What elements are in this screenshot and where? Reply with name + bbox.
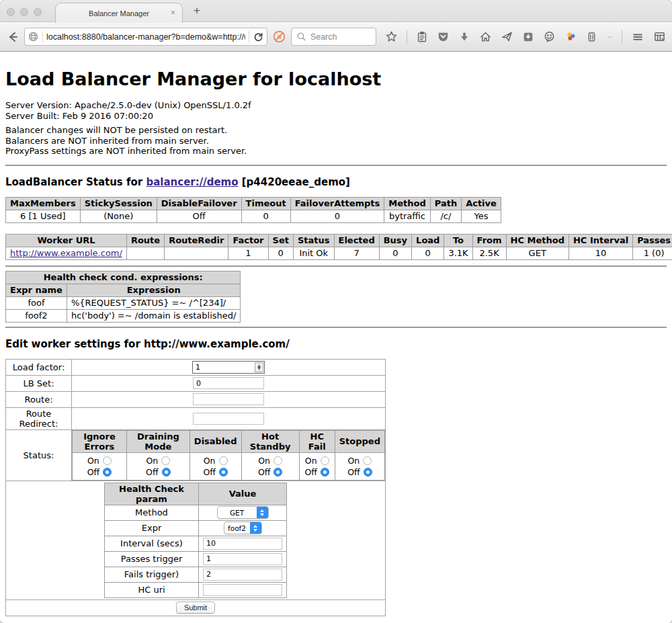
load-factor-value: 1 — [193, 363, 255, 372]
col-active: Active — [462, 197, 501, 210]
search-placeholder: Search — [310, 32, 337, 42]
col-status: Status — [293, 234, 334, 247]
load-factor-input[interactable]: 1 ▲▼ — [192, 361, 265, 374]
cell-to: 3.1K — [444, 247, 472, 259]
chat-smiley-icon[interactable] — [543, 30, 556, 43]
adblock-icon[interactable] — [272, 30, 286, 44]
balancer-demo-link[interactable]: balancer://demo — [146, 176, 238, 188]
hc-interval-input[interactable] — [203, 538, 282, 550]
col-path: Path — [430, 197, 461, 210]
save-box-icon[interactable] — [522, 31, 534, 43]
col-factor: Factor — [228, 234, 268, 247]
pocket-icon[interactable] — [437, 30, 450, 43]
route-input[interactable] — [193, 393, 264, 405]
hc-passes-input[interactable] — [203, 553, 282, 565]
menu-hamburger-icon[interactable] — [631, 31, 644, 43]
hc-row-interval: Interval (secs) — [105, 536, 287, 551]
hc-row-passes: Passes trigger — [105, 551, 287, 567]
hc-expressions-table: Health check cond. expressions: Expr nam… — [5, 271, 241, 323]
hc-fail-off-radio[interactable] — [321, 468, 329, 476]
container-tab-icon[interactable] — [586, 31, 597, 43]
route-redirect-label: Route Redirect: — [6, 407, 72, 429]
search-bar[interactable]: Search — [291, 28, 376, 46]
hc-fail-on-radio[interactable] — [321, 456, 329, 465]
disabled-off-radio[interactable] — [219, 468, 228, 476]
col-stickysession: StickySession — [80, 197, 157, 210]
toolbar-separator — [622, 30, 622, 44]
ignore-errors-off-radio[interactable] — [103, 468, 112, 476]
stopped-on-radio[interactable] — [363, 456, 372, 465]
hc-uri-input[interactable] — [203, 584, 282, 596]
hot-standby-on-radio[interactable] — [274, 456, 282, 465]
ignore-errors-on-radio[interactable] — [103, 456, 112, 465]
off-label: Off — [258, 467, 270, 477]
cell-passes: 1 (0) — [633, 247, 672, 259]
expr-table-title: Health check cond. expressions: — [6, 271, 241, 284]
close-window-button[interactable] — [7, 8, 15, 16]
on-label: On — [258, 456, 270, 466]
table-header-row: MaxMembers StickySession DisableFailover… — [6, 197, 501, 210]
table-header-row: Health Check param Value — [105, 483, 287, 505]
submit-button[interactable]: Submit — [176, 601, 215, 614]
cell-route — [126, 247, 164, 259]
draining-mode-off-radio[interactable] — [162, 468, 171, 476]
hc-uri-label: HC uri — [105, 582, 199, 597]
table-header-row: Ignore Errors Draining Mode Disabled Hot… — [73, 430, 385, 452]
worker-status-table: Worker URL Route RouteRedir Factor Set S… — [5, 234, 672, 260]
off-label: Off — [305, 467, 317, 477]
hot-standby-off-radio[interactable] — [274, 468, 282, 476]
table-row: foof %{REQUEST_STATUS} =~ /^[234]/ — [6, 296, 241, 309]
col-from: From — [472, 234, 506, 247]
table-row: http://www.example.com/ 1 0 Init Ok 7 0 … — [6, 247, 672, 259]
downloads-icon[interactable] — [458, 31, 470, 43]
route-redirect-input[interactable] — [193, 413, 264, 425]
bookmarks-clipboard-icon[interactable] — [416, 31, 428, 43]
col-set: Set — [268, 234, 293, 247]
home-icon[interactable] — [479, 30, 492, 43]
reload-icon[interactable] — [253, 31, 264, 42]
heading-prefix: LoadBalancer Status for — [5, 176, 146, 188]
tab-close-icon[interactable]: × — [171, 8, 175, 17]
col-routeredir: RouteRedir — [165, 234, 228, 247]
server-built: Server Built: Feb 9 2016 07:00:20 — [5, 111, 667, 122]
col-to: To — [444, 234, 472, 247]
bookmark-star-icon[interactable] — [385, 30, 398, 43]
url-bar[interactable]: localhost:8880/balancer-manager?b=demo&w… — [24, 28, 267, 46]
send-plane-icon[interactable] — [501, 30, 513, 43]
back-icon[interactable] — [6, 30, 19, 44]
hc-method-select[interactable]: GET — [217, 506, 269, 519]
new-tab-button[interactable]: + — [194, 4, 200, 17]
lb-set-input[interactable] — [193, 377, 264, 389]
stopped-off-radio[interactable] — [364, 468, 372, 476]
draining-mode-on-radio[interactable] — [161, 456, 170, 465]
col-disabled: Disabled — [190, 430, 241, 452]
cell-path: /c/ — [430, 210, 461, 222]
lb-set-label: LB Set: — [6, 375, 72, 391]
cell-elected: 7 — [334, 247, 379, 259]
disabled-on-radio[interactable] — [219, 456, 228, 465]
hc-interval-label: Interval (secs) — [105, 536, 199, 551]
notice-proxypass: ProxyPass settings are NOT inherited fro… — [5, 146, 667, 157]
zoom-window-button[interactable] — [34, 8, 42, 16]
colorpicker-dots-icon[interactable] — [564, 30, 577, 43]
on-label: On — [347, 456, 360, 466]
server-version: Server Version: Apache/2.5.0-dev (Unix) … — [5, 100, 667, 111]
tab-balancer-manager[interactable]: Balancer Manager × — [55, 3, 183, 23]
window-controls — [7, 8, 42, 16]
url-text[interactable]: localhost:8880/balancer-manager?b=demo&w… — [46, 32, 245, 42]
cell-expression: hc('body') =~ /domain is established/ — [67, 309, 241, 322]
number-stepper-icon[interactable]: ▲▼ — [255, 362, 263, 372]
cell-from: 2.5K — [472, 247, 506, 259]
cell-busy: 0 — [379, 247, 411, 259]
hc-expr-select[interactable]: foof2 — [224, 522, 262, 534]
hc-fails-input[interactable] — [203, 569, 282, 581]
minimize-window-button[interactable] — [20, 8, 28, 16]
cell-hc-interval: 10 — [569, 247, 632, 259]
hc-method-selected-value: GET — [218, 507, 257, 518]
select-stepper-icon — [257, 507, 268, 518]
hc-row-uri: HC uri — [105, 582, 287, 597]
worker-url-link[interactable]: http://www.example.com/ — [10, 248, 122, 258]
cell-worker-url: http://www.example.com/ — [6, 247, 127, 259]
chevron-down-icon[interactable] — [606, 34, 613, 40]
sidebar-grid-icon[interactable] — [653, 30, 666, 43]
